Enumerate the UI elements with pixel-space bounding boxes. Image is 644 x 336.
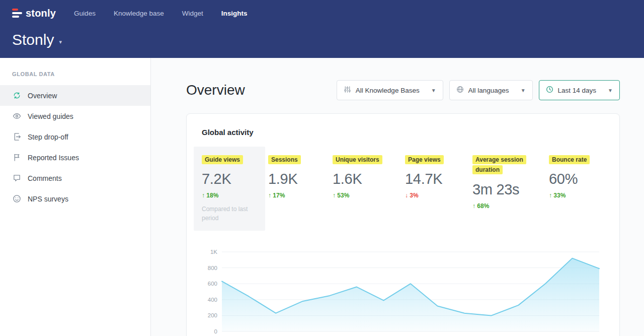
metric-change: 53% (333, 192, 394, 199)
sidebar-item-label: Step drop-off (28, 133, 68, 141)
metric-value: 7.2K (202, 171, 257, 187)
language-filter[interactable]: All languages ▼ (449, 80, 533, 100)
topbar: stonly Guides Knowledge base Widget Insi… (0, 0, 644, 58)
knowledge-base-filter[interactable]: All Knowledge Bases ▼ (337, 80, 443, 100)
metric-change: 68% (472, 203, 538, 210)
metric-value: 1.9K (268, 171, 321, 187)
date-range-filter[interactable]: Last 14 days ▼ (539, 80, 620, 100)
main-content: Overview All Knowledge Bases ▼ All langu… (151, 58, 644, 336)
metric-bounce-rate[interactable]: Bounce rate 60% 33% (549, 155, 602, 199)
chevron-down-icon: ▼ (608, 88, 613, 93)
metric-value: 60% (549, 171, 602, 187)
metric-label: Unique visitors (333, 155, 382, 164)
workspace-selector[interactable]: Stonly ▾ (12, 31, 632, 48)
sidebar-item-label: Reported Issues (28, 154, 79, 162)
overview-refresh-icon (12, 91, 21, 100)
sidebar-item-label: NPS surveys (28, 195, 68, 203)
sidebar-section-label: GLOBAL DATA (0, 71, 150, 77)
smiley-icon (12, 194, 21, 204)
metric-label: Bounce rate (549, 155, 590, 164)
chevron-down-icon: ▾ (59, 39, 62, 45)
flag-icon (12, 153, 21, 162)
stonly-logo-icon (12, 8, 22, 18)
stonly-logo[interactable]: stonly (12, 8, 56, 19)
eye-icon (12, 112, 21, 121)
compare-note: Compared to last period (202, 205, 252, 223)
filter-label: Last 14 days (558, 87, 597, 94)
metric-unique-visitors[interactable]: Unique visitors 1.6K 53% (333, 155, 394, 199)
svg-text:800: 800 (208, 265, 217, 271)
sidebar-item-label: Comments (28, 174, 62, 182)
sidebar-item-label: Overview (28, 92, 57, 100)
metric-change: 17% (268, 192, 321, 199)
svg-text:200: 200 (208, 313, 217, 319)
svg-text:600: 600 (208, 281, 217, 287)
sidebar-item-viewed-guides[interactable]: Viewed guides (0, 106, 150, 126)
metric-change: 33% (549, 192, 602, 199)
global-activity-chart: 02004006008001K5678910111213141516171819 (202, 246, 604, 336)
metric-sessions[interactable]: Sessions 1.9K 17% (268, 155, 321, 199)
metric-average-session-duration[interactable]: Average session duration 3m 23s 68% (472, 155, 538, 210)
sidebar-item-label: Viewed guides (28, 112, 73, 120)
metric-page-views[interactable]: Page views 14.7K 3% (405, 155, 461, 199)
filter-label: All languages (468, 87, 509, 94)
logo-text: stonly (26, 8, 56, 19)
svg-text:400: 400 (208, 297, 217, 303)
comment-icon (12, 174, 21, 183)
sliders-icon (344, 86, 351, 95)
sidebar-item-step-drop-off[interactable]: Step drop-off (0, 126, 150, 147)
metric-label: Sessions (268, 155, 301, 164)
metrics-row: Guide views 7.2K 18% Compared to last pe… (202, 155, 604, 231)
metric-guide-views[interactable]: Guide views 7.2K 18% Compared to last pe… (194, 147, 265, 231)
metric-label: Average session duration (472, 155, 526, 174)
svg-text:1K: 1K (210, 249, 217, 255)
metric-value: 14.7K (405, 171, 461, 187)
chevron-down-icon: ▼ (521, 88, 526, 93)
step-dropoff-icon (12, 132, 21, 142)
metric-change: 18% (202, 192, 257, 199)
sidebar-item-overview[interactable]: Overview (0, 85, 150, 106)
clock-icon (546, 86, 553, 95)
card-title: Global activity (202, 128, 604, 137)
metric-value: 3m 23s (472, 181, 538, 198)
workspace-title: Stonly (12, 31, 54, 48)
global-activity-card: Global activity Guide views 7.2K 18% Com… (186, 113, 620, 336)
sidebar-item-reported-issues[interactable]: Reported Issues (0, 147, 150, 168)
filters-bar: All Knowledge Bases ▼ All languages ▼ La… (337, 80, 620, 100)
filter-label: All Knowledge Bases (356, 87, 420, 94)
nav-widget[interactable]: Widget (182, 10, 203, 17)
svg-text:0: 0 (214, 328, 217, 334)
nav-insights[interactable]: Insights (221, 10, 248, 17)
metric-change: 3% (405, 192, 461, 199)
sidebar: GLOBAL DATA Overview Viewed guides Step … (0, 58, 151, 336)
metric-label: Guide views (202, 155, 243, 164)
nav-knowledge-base[interactable]: Knowledge base (114, 10, 164, 17)
nav-guides[interactable]: Guides (74, 10, 96, 17)
globe-icon (456, 86, 464, 95)
sidebar-item-nps-surveys[interactable]: NPS surveys (0, 188, 150, 209)
chevron-down-icon: ▼ (431, 88, 436, 93)
page-title: Overview (186, 82, 245, 98)
metric-label: Page views (405, 155, 444, 164)
sidebar-item-comments[interactable]: Comments (0, 168, 150, 188)
top-navigation: stonly Guides Knowledge base Widget Insi… (12, 5, 632, 21)
metric-value: 1.6K (333, 171, 394, 187)
